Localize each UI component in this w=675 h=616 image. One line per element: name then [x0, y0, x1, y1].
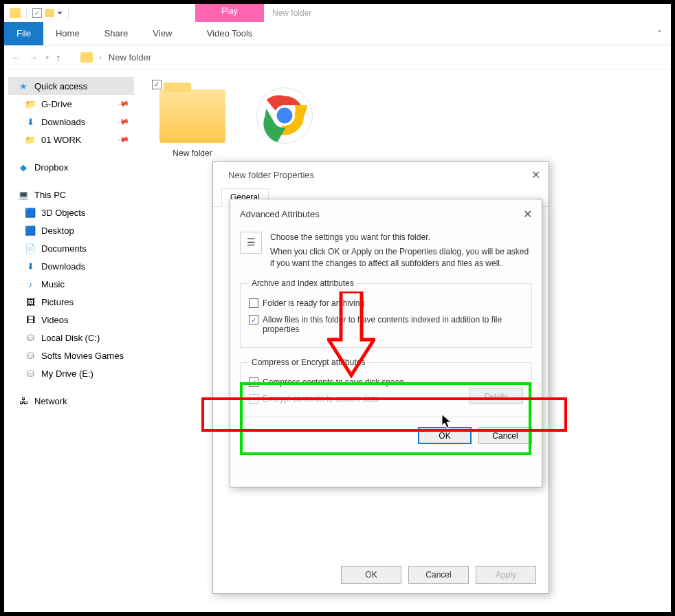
dialog-titlebar[interactable]: New folder Properties ✕	[213, 162, 549, 188]
apply-button: Apply	[476, 566, 536, 584]
sidebar-item-label: Quick access	[34, 81, 87, 91]
pin-icon: 📌	[118, 116, 131, 129]
window-title: New folder	[272, 4, 311, 22]
cancel-button[interactable]: Cancel	[408, 566, 469, 584]
breadcrumb-item[interactable]: New folder	[109, 52, 151, 63]
dialog-title: Advanced Attributes	[240, 209, 320, 219]
item-label: New folder	[148, 148, 237, 158]
dropbox-icon	[18, 162, 29, 173]
pc-icon	[18, 189, 29, 200]
folder-icon	[80, 52, 93, 63]
sidebar-item-label: G-Drive	[41, 99, 72, 109]
close-icon[interactable]: ✕	[523, 208, 532, 221]
file-tab[interactable]: File	[4, 22, 43, 45]
folder-icon	[10, 8, 21, 18]
sidebar-item-documents[interactable]: Documents	[8, 239, 134, 257]
address-bar: ← → ▾ ↑ › New folder	[4, 45, 671, 70]
desktop-icon	[25, 225, 36, 236]
folder-icon	[25, 98, 36, 109]
nav-up-icon[interactable]: ↑	[56, 52, 61, 63]
checkbox-label: Compress contents to save disk space	[263, 377, 403, 387]
pin-icon: 📌	[118, 133, 131, 146]
sidebar-item-downloads-pc[interactable]: Downloads	[8, 257, 134, 275]
network-icon	[18, 395, 29, 406]
attributes-icon: ☰	[240, 232, 262, 254]
checkbox-icon	[249, 394, 258, 404]
download-icon	[25, 261, 36, 272]
sidebar-item-label: Dropbox	[34, 162, 68, 173]
sidebar-item-softs[interactable]: Softs Movies Games	[8, 346, 134, 364]
nav-history-icon[interactable]: ▾	[45, 54, 49, 61]
group-legend: Archive and Index attributes	[249, 278, 357, 288]
tab-video-tools[interactable]: Video Tools	[195, 28, 264, 38]
sidebar-item-label: 01 WORK	[41, 135, 82, 145]
checkbox-label: Folder is ready for archiving	[263, 298, 364, 308]
sidebar-item-downloads[interactable]: Downloads📌	[8, 113, 134, 131]
disk-icon	[25, 332, 36, 343]
ribbon-tabs: File Home Share View Video Tools ⌃	[4, 22, 671, 45]
sidebar-item-mydrive-e[interactable]: My Drive (E:)	[8, 364, 134, 382]
checkbox-archive-ready[interactable]: Folder is ready for archiving	[249, 295, 523, 311]
archive-index-group: Archive and Index attributes Folder is r…	[240, 278, 532, 348]
qat-dropdown-icon[interactable]	[57, 12, 63, 14]
chevron-right-icon[interactable]: ›	[100, 54, 102, 61]
selection-checkbox[interactable]: ✓	[152, 80, 162, 89]
sidebar-item-label: Music	[41, 279, 65, 289]
sidebar-item-music[interactable]: Music	[8, 275, 134, 293]
sidebar-item-gdrive[interactable]: G-Drive📌	[8, 95, 134, 113]
dialog-title: New folder Properties	[228, 170, 314, 180]
advanced-attributes-dialog: Advanced Attributes ✕ ☰ Choose the setti…	[230, 199, 542, 487]
sidebar-dropbox[interactable]: Dropbox	[8, 158, 134, 176]
qat-checkbox-icon[interactable]: ✓	[32, 8, 42, 18]
sidebar-item-desktop[interactable]: Desktop	[8, 221, 134, 239]
sidebar-item-01work[interactable]: 01 WORK📌	[8, 131, 134, 148]
sidebar-item-label: Pictures	[41, 297, 74, 307]
sidebar-item-label: Local Disk (C:)	[41, 333, 100, 343]
nav-pane: Quick access G-Drive📌 Downloads📌 01 WORK…	[4, 70, 138, 612]
sidebar-item-label: Downloads	[41, 261, 85, 272]
folder-icon[interactable]	[45, 9, 54, 17]
sidebar-item-label: My Drive (E:)	[41, 368, 93, 379]
sidebar-item-3dobjects[interactable]: 3D Objects	[8, 204, 134, 221]
dialog-description: Choose the settings you want for this fo…	[270, 232, 532, 243]
checkbox-allow-index[interactable]: ✓ Allow files in this folder to have con…	[249, 311, 523, 338]
close-icon[interactable]: ✕	[531, 168, 540, 182]
music-icon	[25, 278, 36, 289]
3d-icon	[25, 207, 36, 218]
details-button: Details	[469, 388, 523, 404]
videos-icon	[25, 314, 36, 325]
checkbox-label: Encrypt contents to secure data	[263, 394, 379, 404]
sidebar-item-label: This PC	[34, 190, 66, 200]
sidebar-item-local-disk-c[interactable]: Local Disk (C:)	[8, 329, 134, 346]
disk-icon	[25, 350, 36, 361]
item-chrome[interactable]	[240, 78, 329, 151]
folder-icon	[159, 89, 225, 143]
tab-home[interactable]: Home	[43, 22, 92, 45]
chrome-icon	[254, 85, 315, 146]
download-icon	[25, 116, 36, 127]
sidebar-item-label: Videos	[41, 315, 69, 325]
documents-icon	[25, 243, 36, 254]
ok-button[interactable]: OK	[341, 566, 401, 584]
sidebar-item-label: Documents	[41, 243, 87, 254]
item-new-folder[interactable]: ✓ New folder	[148, 78, 237, 158]
cancel-button[interactable]: Cancel	[478, 427, 532, 444]
pictures-icon	[25, 296, 36, 307]
cursor-icon	[441, 414, 454, 432]
sidebar-this-pc[interactable]: This PC	[8, 186, 134, 204]
group-legend: Compress or Encrypt attributes	[249, 358, 368, 367]
sidebar-item-pictures[interactable]: Pictures	[8, 293, 134, 311]
checkbox-icon: ✓	[249, 315, 258, 324]
checkbox-icon: ✓	[249, 377, 258, 387]
sidebar-quick-access[interactable]: Quick access	[8, 77, 134, 95]
sidebar-item-videos[interactable]: Videos	[8, 311, 134, 329]
tab-share[interactable]: Share	[92, 22, 141, 45]
pin-icon: 📌	[118, 98, 131, 111]
collapse-ribbon-icon[interactable]: ⌃	[656, 29, 663, 38]
sidebar-network[interactable]: Network	[8, 392, 134, 410]
star-icon	[18, 80, 29, 91]
nav-back-icon[interactable]: ←	[11, 52, 21, 63]
checkbox-label: Allow files in this folder to have conte…	[263, 315, 523, 334]
tab-view[interactable]: View	[140, 22, 184, 45]
nav-forward-icon: →	[28, 52, 38, 63]
